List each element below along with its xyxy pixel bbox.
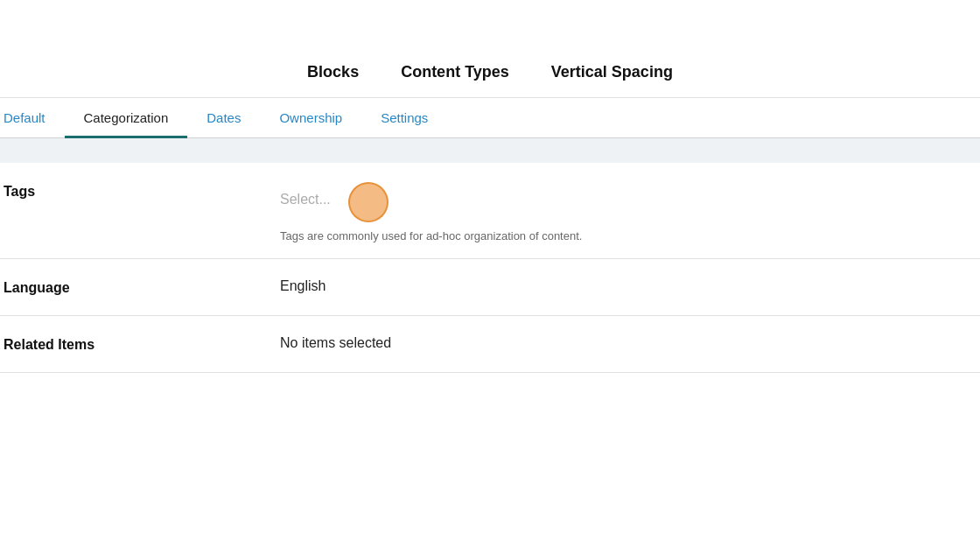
top-nav: BlocksContent TypesVertical Spacing	[0, 49, 980, 98]
tab-dates[interactable]: Dates	[187, 98, 260, 138]
select-placeholder-tags[interactable]: Select...	[280, 192, 331, 213]
tabs-bar: DefaultCategorizationDatesOwnershipSetti…	[0, 98, 980, 138]
form-field-inner-tags: Select...	[280, 182, 980, 222]
form-row-tags: TagsSelect...Tags are commonly used for …	[0, 163, 980, 259]
top-nav-item-blocks[interactable]: Blocks	[307, 63, 359, 81]
add-image-bar[interactable]	[0, 138, 980, 163]
tab-settings[interactable]: Settings	[361, 98, 447, 138]
form-field-related-items: No items selected	[280, 335, 980, 372]
tab-ownership[interactable]: Ownership	[260, 98, 361, 138]
field-hint-tags: Tags are commonly used for ad-hoc organi…	[280, 222, 980, 242]
form-field-inner-related-items: No items selected	[280, 335, 980, 356]
form-label-related-items: Related Items	[0, 335, 280, 369]
form-section: TagsSelect...Tags are commonly used for …	[0, 163, 980, 373]
field-value-language: English	[280, 278, 326, 299]
form-field-tags[interactable]: Select...Tags are commonly used for ad-h…	[280, 182, 980, 258]
tab-categorization[interactable]: Categorization	[65, 98, 188, 138]
form-label-tags: Tags	[0, 182, 280, 215]
form-field-inner-language: English	[280, 278, 980, 299]
form-label-language: Language	[0, 278, 280, 312]
top-nav-item-content-types[interactable]: Content Types	[401, 63, 509, 81]
tab-default[interactable]: Default	[0, 98, 65, 138]
form-field-language: English	[280, 278, 980, 315]
cursor-indicator	[348, 182, 388, 222]
form-row-language: LanguageEnglish	[0, 259, 980, 316]
form-row-related-items: Related ItemsNo items selected	[0, 316, 980, 373]
field-value-related-items: No items selected	[280, 335, 391, 356]
top-nav-item-vertical-spacing[interactable]: Vertical Spacing	[551, 63, 673, 81]
